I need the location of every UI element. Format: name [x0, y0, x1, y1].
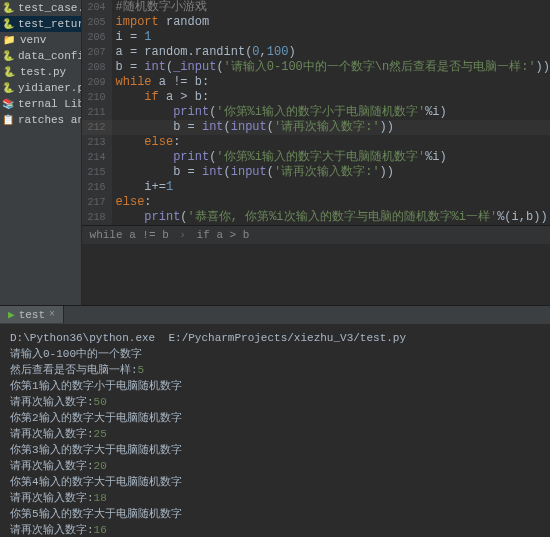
- code-line[interactable]: 204#随机数字小游戏: [82, 0, 550, 15]
- project-sidebar[interactable]: 🐍test_case.py🐍test_return.py📁venv🐍data_c…: [0, 0, 82, 305]
- run-tabs: ▶ test ×: [0, 306, 550, 324]
- sidebar-item-label: yidianer.py: [18, 82, 82, 94]
- sidebar-item[interactable]: 🐍test.py: [0, 64, 81, 80]
- output-line: 请再次输入数字:18: [10, 490, 540, 506]
- code-line[interactable]: 209while a != b:: [82, 75, 550, 90]
- sidebar-item-label: ternal Libraries: [18, 98, 82, 110]
- chevron-right-icon: ›: [179, 229, 186, 241]
- code-text[interactable]: print('你第%i输入的数字大于电脑随机数字'%i): [112, 150, 550, 165]
- run-tool-window: ▶ test × D:\Python36\python.exe E:/Pycha…: [0, 305, 550, 537]
- code-text[interactable]: if a > b:: [112, 90, 550, 105]
- sidebar-item[interactable]: 🐍yidianer.py: [0, 80, 81, 96]
- code-line[interactable]: 214 print('你第%i输入的数字大于电脑随机数字'%i): [82, 150, 550, 165]
- line-number: 205: [82, 15, 112, 30]
- close-icon[interactable]: ×: [49, 309, 55, 320]
- scratch-icon: 📋: [2, 114, 14, 126]
- line-number: 212: [82, 120, 112, 135]
- code-line[interactable]: 211 print('你第%i输入的数字小于电脑随机数字'%i): [82, 105, 550, 120]
- play-icon: ▶: [8, 308, 15, 321]
- code-text[interactable]: b = int(input('请再次输入数字:')): [112, 120, 550, 135]
- code-editor[interactable]: 204#随机数字小游戏205import random206i = 1207a …: [82, 0, 550, 305]
- py-icon: 🐍: [2, 66, 16, 78]
- output-line: 请再次输入数字:16: [10, 522, 540, 537]
- output-line: 你第4输入的数字大于电脑随机数字: [10, 474, 540, 490]
- line-number: 215: [82, 165, 112, 180]
- sidebar-item[interactable]: 🐍data_config.py: [0, 48, 81, 64]
- output-line: D:\Python36\python.exe E:/PycharmProject…: [10, 330, 540, 346]
- line-number: 217: [82, 195, 112, 210]
- sidebar-item[interactable]: 📋ratches and Consoles: [0, 112, 81, 128]
- line-number: 209: [82, 75, 112, 90]
- code-line[interactable]: 210 if a > b:: [82, 90, 550, 105]
- user-input: 20: [94, 460, 107, 472]
- code-line[interactable]: 217else:: [82, 195, 550, 210]
- output-line: 请再次输入数字:20: [10, 458, 540, 474]
- code-text[interactable]: while a != b:: [112, 75, 550, 90]
- output-line: 请再次输入数字:50: [10, 394, 540, 410]
- py-icon: 🐍: [2, 18, 14, 30]
- sidebar-item-label: data_config.py: [18, 50, 82, 62]
- code-line[interactable]: 216 i+=1: [82, 180, 550, 195]
- output-line: 你第3输入的数字大于电脑随机数字: [10, 442, 540, 458]
- code-text[interactable]: print('你第%i输入的数字小于电脑随机数字'%i): [112, 105, 550, 120]
- code-text[interactable]: else:: [112, 195, 550, 210]
- line-number: 206: [82, 30, 112, 45]
- output-line: 你第2输入的数字大于电脑随机数字: [10, 410, 540, 426]
- sidebar-item-label: test_case.py: [18, 2, 82, 14]
- code-lines[interactable]: 204#随机数字小游戏205import random206i = 1207a …: [82, 0, 550, 225]
- sidebar-item-label: venv: [20, 34, 46, 46]
- line-number: 211: [82, 105, 112, 120]
- user-input: 16: [94, 524, 107, 536]
- code-text[interactable]: i = 1: [112, 30, 550, 45]
- line-number: 213: [82, 135, 112, 150]
- folder-icon: 📁: [2, 34, 16, 46]
- user-input: 50: [94, 396, 107, 408]
- run-tab-label: test: [19, 309, 45, 321]
- code-text[interactable]: b = int(input('请再次输入数字:')): [112, 165, 550, 180]
- run-tab[interactable]: ▶ test ×: [0, 306, 64, 323]
- line-number: 218: [82, 210, 112, 225]
- line-number: 207: [82, 45, 112, 60]
- breadcrumb[interactable]: while a != b › if a > b: [82, 225, 550, 244]
- sidebar-item-label: test_return.py: [18, 18, 82, 30]
- output-line: 你第5输入的数字大于电脑随机数字: [10, 506, 540, 522]
- output-line: 然后查看是否与电脑一样:5: [10, 362, 540, 378]
- line-number: 210: [82, 90, 112, 105]
- code-text[interactable]: else:: [112, 135, 550, 150]
- console-output[interactable]: D:\Python36\python.exe E:/PycharmProject…: [0, 324, 550, 537]
- code-line[interactable]: 212 b = int(input('请再次输入数字:')): [82, 120, 550, 135]
- code-line[interactable]: 208b = int(_input('请输入0-100中的一个数字\n然后查看是…: [82, 60, 550, 75]
- code-text[interactable]: b = int(_input('请输入0-100中的一个数字\n然后查看是否与电…: [112, 60, 550, 75]
- sidebar-item-label: ratches and Consoles: [18, 114, 82, 126]
- code-text[interactable]: import random: [112, 15, 550, 30]
- code-line[interactable]: 213 else:: [82, 135, 550, 150]
- py-icon: 🐍: [2, 82, 14, 94]
- sidebar-item-label: test.py: [20, 66, 66, 78]
- lib-icon: 📚: [2, 98, 14, 110]
- line-number: 204: [82, 0, 112, 15]
- breadcrumb-item[interactable]: if a > b: [197, 229, 250, 241]
- code-line[interactable]: 215 b = int(input('请再次输入数字:')): [82, 165, 550, 180]
- output-line: 请再次输入数字:25: [10, 426, 540, 442]
- code-line[interactable]: 205import random: [82, 15, 550, 30]
- output-line: 你第1输入的数字小于电脑随机数字: [10, 378, 540, 394]
- code-line[interactable]: 207a = random.randint(0,100): [82, 45, 550, 60]
- py-icon: 🐍: [2, 2, 14, 14]
- sidebar-item[interactable]: 📚ternal Libraries: [0, 96, 81, 112]
- user-input: 18: [94, 492, 107, 504]
- sidebar-item[interactable]: 🐍test_return.py: [0, 16, 81, 32]
- code-text[interactable]: a = random.randint(0,100): [112, 45, 550, 60]
- py-icon: 🐍: [2, 50, 14, 62]
- sidebar-item[interactable]: 🐍test_case.py: [0, 0, 81, 16]
- sidebar-item[interactable]: 📁venv: [0, 32, 81, 48]
- code-text[interactable]: i+=1: [112, 180, 550, 195]
- line-number: 216: [82, 180, 112, 195]
- code-text[interactable]: print('恭喜你, 你第%i次输入的数字与电脑的随机数字%i一样'%(i,b…: [112, 210, 550, 225]
- code-text[interactable]: #随机数字小游戏: [112, 0, 550, 15]
- breadcrumb-item[interactable]: while a != b: [90, 229, 169, 241]
- code-line[interactable]: 206i = 1: [82, 30, 550, 45]
- line-number: 214: [82, 150, 112, 165]
- line-number: 208: [82, 60, 112, 75]
- code-line[interactable]: 218 print('恭喜你, 你第%i次输入的数字与电脑的随机数字%i一样'%…: [82, 210, 550, 225]
- output-line: 请输入0-100中的一个数字: [10, 346, 540, 362]
